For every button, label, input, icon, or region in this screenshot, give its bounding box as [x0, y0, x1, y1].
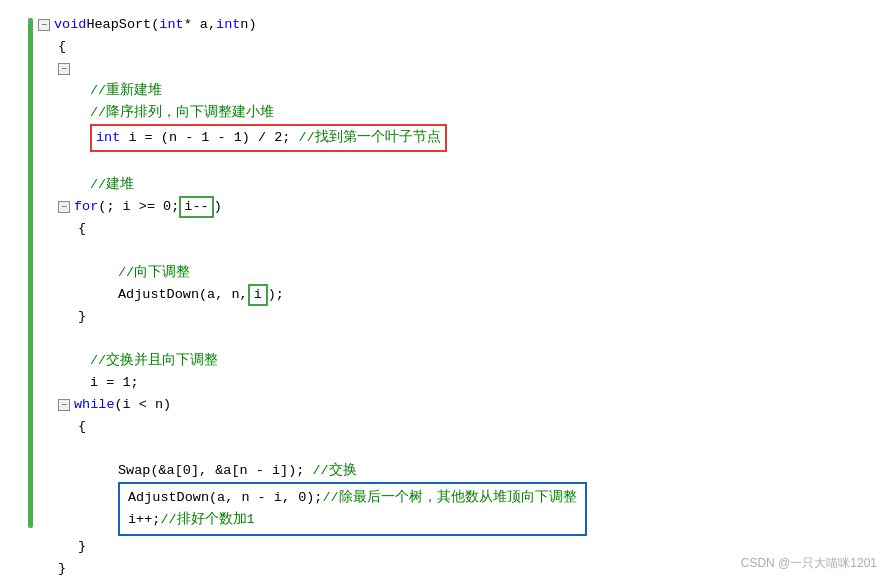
code-line-20	[38, 438, 885, 460]
comment-4: //重新建堆	[90, 83, 162, 98]
collapse-icon-1[interactable]: −	[38, 19, 50, 31]
code-line-4: //重新建堆	[38, 80, 885, 102]
code-area: − void HeapSort( int * a, int n) { − //重…	[38, 14, 885, 580]
main-container: − void HeapSort( int * a, int n) { − //重…	[0, 0, 895, 584]
code-text-9a: (; i >= 0;	[98, 196, 179, 218]
code-text-6: i = (n - 1 - 1) / 2;	[128, 130, 290, 145]
code-line-21: Swap(&a[0], &a[n - i]); //交换	[38, 460, 885, 482]
code-text-1a: * a,	[184, 14, 216, 36]
comment-6: //找到第一个叶子节点	[299, 130, 441, 145]
code-line-11	[38, 240, 885, 262]
code-text-9b: )	[214, 196, 222, 218]
blue-line-2: i++;//排好个数加1	[128, 509, 577, 531]
brace-open-1: {	[58, 39, 66, 54]
code-line-10: {	[38, 218, 885, 240]
highlight-red-box: int i = (n - 1 - 1) / 2; //找到第一个叶子节点	[90, 124, 447, 152]
comment-21: //交换	[312, 463, 356, 478]
kw-while: while	[74, 394, 115, 416]
code-line-12: //向下调整	[38, 262, 885, 284]
comment-5: //降序排列，向下调整建小堆	[90, 105, 274, 120]
code-line-22-23: AdjustDown(a, n - i, 0);//除最后一个树，其他数从堆顶向…	[38, 482, 885, 536]
code-line-19: {	[38, 416, 885, 438]
code-line-14: }	[38, 306, 885, 328]
brace-open-for: {	[78, 221, 86, 236]
code-line-1: − void HeapSort( int * a, int n)	[38, 14, 885, 36]
highlight-green-i: i	[248, 284, 268, 306]
code-line-5: //降序排列，向下调整建小堆	[38, 102, 885, 124]
brace-open-while: {	[78, 419, 86, 434]
blue-line-1: AdjustDown(a, n - i, 0);//除最后一个树，其他数从堆顶向…	[128, 487, 577, 509]
comment-8: //建堆	[90, 177, 134, 192]
code-line-3: −	[38, 58, 885, 80]
code-text-18: (i < n)	[115, 394, 172, 416]
code-line-13: AdjustDown(a, n, i );	[38, 284, 885, 306]
comment-16: //交换并且向下调整	[90, 353, 218, 368]
kw-int-i: int	[96, 130, 120, 145]
code-line-8: //建堆	[38, 174, 885, 196]
code-text-1b: n)	[240, 14, 256, 36]
kw-for: for	[74, 196, 98, 218]
watermark: CSDN @一只大喵咪1201	[741, 555, 877, 572]
code-text-21: Swap(&a[0], &a[n - i]);	[118, 463, 304, 478]
code-text-17: i = 1;	[90, 375, 139, 390]
collapse-icon-18[interactable]: −	[58, 399, 70, 411]
comment-23: //排好个数加1	[160, 512, 254, 527]
fn-name: HeapSort(	[86, 14, 159, 36]
comment-22: //除最后一个树，其他数从堆顶向下调整	[322, 490, 576, 505]
kw-int1: int	[159, 14, 183, 36]
collapse-icon-3[interactable]: −	[58, 63, 70, 75]
brace-close-for: }	[78, 309, 86, 324]
code-line-6: int i = (n - 1 - 1) / 2; //找到第一个叶子节点	[38, 124, 885, 152]
brace-close-fn: }	[58, 561, 66, 576]
code-line-15	[38, 328, 885, 350]
code-line-9: − for (; i >= 0; i-- )	[38, 196, 885, 218]
code-line-18: − while (i < n)	[38, 394, 885, 416]
comment-12: //向下调整	[118, 265, 190, 280]
highlight-green-idec: i--	[179, 196, 213, 218]
code-line-16: //交换并且向下调整	[38, 350, 885, 372]
kw-int2: int	[216, 14, 240, 36]
highlight-blue-block: AdjustDown(a, n - i, 0);//除最后一个树，其他数从堆顶向…	[118, 482, 587, 536]
brace-close-while: }	[78, 539, 86, 554]
code-text-13b: );	[268, 284, 284, 306]
left-green-bar	[28, 18, 33, 528]
code-text-13a: AdjustDown(a, n,	[118, 284, 248, 306]
code-line-17: i = 1;	[38, 372, 885, 394]
code-line-7	[38, 152, 885, 174]
code-line-2: {	[38, 36, 885, 58]
collapse-icon-9[interactable]: −	[58, 201, 70, 213]
kw-void: void	[54, 14, 86, 36]
